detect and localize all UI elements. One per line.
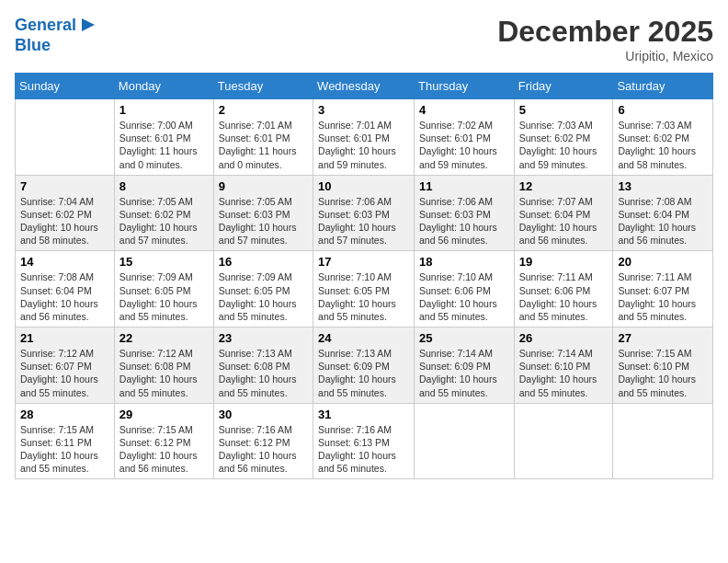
day-number: 15	[119, 255, 209, 269]
day-info: Sunrise: 7:01 AMSunset: 6:01 PMDaylight:…	[318, 119, 409, 171]
day-number: 26	[519, 331, 609, 345]
day-info: Sunrise: 7:06 AMSunset: 6:03 PMDaylight:…	[419, 195, 509, 247]
day-info: Sunrise: 7:10 AMSunset: 6:05 PMDaylight:…	[318, 270, 409, 323]
day-cell: 11Sunrise: 7:06 AMSunset: 6:03 PMDayligh…	[415, 175, 515, 251]
day-cell: 8Sunrise: 7:05 AMSunset: 6:02 PMDaylight…	[114, 175, 213, 251]
day-info: Sunrise: 7:05 AMSunset: 6:03 PMDaylight:…	[219, 195, 308, 247]
day-cell: 30Sunrise: 7:16 AMSunset: 6:12 PMDayligh…	[213, 403, 313, 479]
logo-text-line1: General	[15, 17, 76, 35]
day-cell: 10Sunrise: 7:06 AMSunset: 6:03 PMDayligh…	[313, 175, 415, 251]
week-row-5: 28Sunrise: 7:15 AMSunset: 6:11 PMDayligh…	[16, 403, 713, 479]
day-number: 29	[119, 408, 209, 421]
header-sunday: Sunday	[16, 74, 115, 99]
day-cell	[16, 99, 115, 176]
day-cell: 16Sunrise: 7:09 AMSunset: 6:05 PMDayligh…	[213, 251, 313, 327]
day-number: 25	[419, 331, 509, 345]
week-row-4: 21Sunrise: 7:12 AMSunset: 6:07 PMDayligh…	[16, 327, 713, 404]
title-area: December 2025 Uripitio, Mexico	[497, 15, 713, 63]
day-info: Sunrise: 7:03 AMSunset: 6:02 PMDaylight:…	[519, 119, 609, 171]
day-cell	[514, 403, 613, 479]
day-cell: 17Sunrise: 7:10 AMSunset: 6:05 PMDayligh…	[313, 251, 415, 327]
day-cell: 23Sunrise: 7:13 AMSunset: 6:08 PMDayligh…	[213, 327, 313, 404]
day-cell: 20Sunrise: 7:11 AMSunset: 6:07 PMDayligh…	[613, 251, 713, 327]
day-info: Sunrise: 7:14 AMSunset: 6:09 PMDaylight:…	[419, 347, 509, 399]
week-row-3: 14Sunrise: 7:08 AMSunset: 6:04 PMDayligh…	[16, 251, 713, 327]
day-number: 24	[318, 331, 409, 345]
day-number: 14	[20, 255, 109, 269]
day-number: 2	[219, 103, 308, 117]
day-info: Sunrise: 7:15 AMSunset: 6:11 PMDaylight:…	[20, 423, 109, 476]
header-wednesday: Wednesday	[313, 74, 415, 99]
day-cell: 31Sunrise: 7:16 AMSunset: 6:13 PMDayligh…	[313, 403, 415, 479]
day-cell: 29Sunrise: 7:15 AMSunset: 6:12 PMDayligh…	[114, 403, 213, 479]
day-number: 13	[618, 179, 708, 193]
logo-arrow-icon	[80, 17, 97, 33]
day-cell: 27Sunrise: 7:15 AMSunset: 6:10 PMDayligh…	[613, 327, 713, 404]
day-cell: 18Sunrise: 7:10 AMSunset: 6:06 PMDayligh…	[415, 251, 515, 327]
day-number: 28	[20, 408, 109, 421]
day-cell	[415, 403, 515, 479]
day-info: Sunrise: 7:10 AMSunset: 6:06 PMDaylight:…	[419, 270, 509, 323]
logo-text-line2: Blue	[15, 37, 97, 55]
day-info: Sunrise: 7:03 AMSunset: 6:02 PMDaylight:…	[618, 119, 708, 171]
day-info: Sunrise: 7:07 AMSunset: 6:04 PMDaylight:…	[519, 195, 609, 247]
day-number: 9	[219, 179, 308, 193]
day-info: Sunrise: 7:05 AMSunset: 6:02 PMDaylight:…	[119, 195, 209, 247]
day-cell: 19Sunrise: 7:11 AMSunset: 6:06 PMDayligh…	[514, 251, 613, 327]
header-tuesday: Tuesday	[213, 74, 313, 99]
day-number: 12	[519, 179, 609, 193]
day-info: Sunrise: 7:11 AMSunset: 6:06 PMDaylight:…	[519, 270, 609, 323]
day-number: 16	[219, 255, 308, 269]
day-number: 8	[119, 179, 209, 193]
header-friday: Friday	[514, 74, 613, 99]
day-number: 1	[119, 103, 209, 117]
day-cell: 14Sunrise: 7:08 AMSunset: 6:04 PMDayligh…	[16, 251, 115, 327]
day-info: Sunrise: 7:15 AMSunset: 6:12 PMDaylight:…	[119, 423, 209, 476]
day-cell: 6Sunrise: 7:03 AMSunset: 6:02 PMDaylight…	[613, 99, 713, 176]
day-cell: 4Sunrise: 7:02 AMSunset: 6:01 PMDaylight…	[415, 99, 515, 176]
day-cell: 9Sunrise: 7:05 AMSunset: 6:03 PMDaylight…	[213, 175, 313, 251]
day-cell: 7Sunrise: 7:04 AMSunset: 6:02 PMDaylight…	[16, 175, 115, 251]
day-info: Sunrise: 7:13 AMSunset: 6:08 PMDaylight:…	[219, 347, 308, 399]
day-number: 17	[318, 255, 409, 269]
day-cell: 26Sunrise: 7:14 AMSunset: 6:10 PMDayligh…	[514, 327, 613, 404]
day-info: Sunrise: 7:15 AMSunset: 6:10 PMDaylight:…	[618, 347, 708, 399]
day-info: Sunrise: 7:01 AMSunset: 6:01 PMDaylight:…	[219, 119, 308, 171]
day-cell: 22Sunrise: 7:12 AMSunset: 6:08 PMDayligh…	[114, 327, 213, 404]
day-number: 27	[618, 331, 708, 345]
header-monday: Monday	[114, 74, 213, 99]
day-number: 7	[20, 179, 109, 193]
day-cell: 15Sunrise: 7:09 AMSunset: 6:05 PMDayligh…	[114, 251, 213, 327]
day-info: Sunrise: 7:12 AMSunset: 6:08 PMDaylight:…	[119, 347, 209, 399]
day-number: 22	[119, 331, 209, 345]
week-row-1: 1Sunrise: 7:00 AMSunset: 6:01 PMDaylight…	[16, 99, 713, 176]
day-info: Sunrise: 7:08 AMSunset: 6:04 PMDaylight:…	[618, 195, 708, 247]
day-number: 23	[219, 331, 308, 345]
month-title: December 2025	[497, 15, 713, 49]
day-cell: 5Sunrise: 7:03 AMSunset: 6:02 PMDaylight…	[514, 99, 613, 176]
day-number: 10	[318, 179, 409, 193]
day-info: Sunrise: 7:00 AMSunset: 6:01 PMDaylight:…	[119, 119, 209, 171]
day-cell: 2Sunrise: 7:01 AMSunset: 6:01 PMDaylight…	[213, 99, 313, 176]
header-thursday: Thursday	[415, 74, 515, 99]
day-number: 31	[318, 408, 409, 421]
week-row-2: 7Sunrise: 7:04 AMSunset: 6:02 PMDaylight…	[16, 175, 713, 251]
day-number: 18	[419, 255, 509, 269]
day-info: Sunrise: 7:14 AMSunset: 6:10 PMDaylight:…	[519, 347, 609, 399]
day-cell: 25Sunrise: 7:14 AMSunset: 6:09 PMDayligh…	[415, 327, 515, 404]
day-cell: 3Sunrise: 7:01 AMSunset: 6:01 PMDaylight…	[313, 99, 415, 176]
calendar-table: Sunday Monday Tuesday Wednesday Thursday…	[15, 73, 713, 479]
day-number: 4	[419, 103, 509, 117]
day-cell: 12Sunrise: 7:07 AMSunset: 6:04 PMDayligh…	[514, 175, 613, 251]
day-cell: 13Sunrise: 7:08 AMSunset: 6:04 PMDayligh…	[613, 175, 713, 251]
svg-marker-0	[82, 18, 95, 31]
day-info: Sunrise: 7:08 AMSunset: 6:04 PMDaylight:…	[20, 270, 109, 323]
day-cell	[613, 403, 713, 479]
day-number: 19	[519, 255, 609, 269]
location: Uripitio, Mexico	[497, 49, 713, 63]
day-number: 30	[219, 408, 308, 421]
day-number: 11	[419, 179, 509, 193]
day-info: Sunrise: 7:06 AMSunset: 6:03 PMDaylight:…	[318, 195, 409, 247]
header-row: Sunday Monday Tuesday Wednesday Thursday…	[16, 74, 713, 99]
day-info: Sunrise: 7:02 AMSunset: 6:01 PMDaylight:…	[419, 119, 509, 171]
